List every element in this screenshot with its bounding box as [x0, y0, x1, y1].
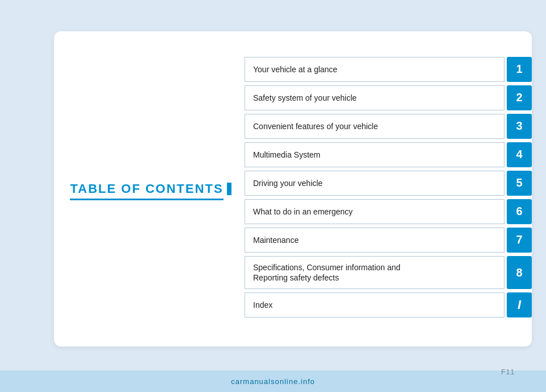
toc-item-num-4: 4	[507, 142, 532, 167]
toc-title: TABLE OF CONTENTS	[70, 181, 223, 198]
left-panel: TABLE OF CONTENTS	[54, 31, 247, 346]
toc-item-label-3: Convenient features of your vehicle	[245, 114, 504, 139]
toc-item-label-1: Your vehicle at a glance	[245, 57, 504, 82]
toc-item-label-5: Driving your vehicle	[245, 171, 504, 196]
table-row: Multimedia System 4	[245, 142, 532, 167]
toc-item-num-2: 2	[507, 85, 532, 110]
toc-title-container: TABLE OF CONTENTS	[70, 181, 231, 197]
toc-item-label-6: What to do in an emergency	[245, 199, 504, 224]
toc-item-num-3: 3	[507, 114, 532, 139]
toc-item-label-2: Safety system of your vehicle	[245, 85, 504, 110]
toc-list: Your vehicle at a glance 1 Safety system…	[245, 31, 532, 346]
table-row: Your vehicle at a glance 1	[245, 57, 532, 82]
watermark-text: carmanualsonline.info	[231, 377, 315, 386]
toc-item-num-5: 5	[507, 171, 532, 196]
watermark-bar: carmanualsonline.info	[0, 370, 546, 392]
table-row: Safety system of your vehicle 2	[245, 85, 532, 110]
toc-item-num-7: 7	[507, 228, 532, 253]
toc-item-label-8-line1: Specifications, Consumer information and	[253, 262, 400, 273]
toc-item-num-1: 1	[507, 57, 532, 82]
toc-item-num-9: I	[507, 292, 532, 317]
toc-item-num-8: 8	[507, 256, 532, 289]
toc-item-label-8: Specifications, Consumer information and…	[245, 256, 504, 289]
toc-item-label-4: Multimedia System	[245, 142, 504, 167]
toc-title-bar	[227, 183, 231, 195]
table-row: Maintenance 7	[245, 228, 532, 253]
table-row: Index I	[245, 292, 532, 317]
table-row: Specifications, Consumer information and…	[245, 256, 532, 289]
toc-item-label-7: Maintenance	[245, 228, 504, 253]
table-row: What to do in an emergency 6	[245, 199, 532, 224]
toc-item-label-9: Index	[245, 292, 504, 317]
table-row: Convenient features of your vehicle 3	[245, 114, 532, 139]
toc-item-label-8-line2: Reporting safety defects	[253, 273, 339, 283]
table-row: Driving your vehicle 5	[245, 171, 532, 196]
toc-item-num-6: 6	[507, 199, 532, 224]
